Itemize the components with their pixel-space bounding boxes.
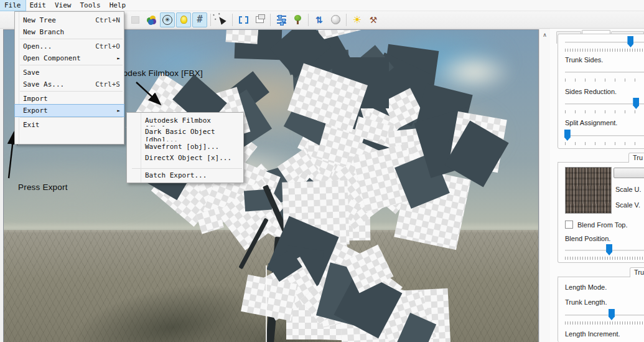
sides-reduction-slider[interactable] [565,98,644,110]
slider-ticks [565,78,644,82]
slider-track [565,135,644,136]
trunk-length-slider[interactable] [565,309,644,321]
slider-track [565,103,644,105]
sphere-icon [331,15,340,24]
panels-button[interactable] [252,12,267,27]
menu-item-label: Export [23,107,48,115]
menu-item-open-component[interactable]: Open Component► [15,52,124,64]
menu-separator [20,39,123,39]
slider-thumb[interactable] [606,244,612,255]
viewport-scrollbar[interactable]: ∧ [539,29,550,342]
slider-ticks [565,49,644,52]
cloud [433,52,514,92]
menu-item-label: Import [23,95,48,103]
texture-browse-button[interactable] [614,168,644,178]
menu-item-import[interactable]: Import [15,93,124,105]
reorder-arrows-button[interactable]: ⇅ [312,12,327,27]
tools-icon: ⚒ [370,16,378,24]
trunk-sides-slider[interactable] [565,66,644,78]
axis-guide-line [266,265,267,342]
toolbar-separator [346,14,347,26]
color-swirl-icon [147,16,156,24]
menu-item-new-tree[interactable]: New TreeCtrl+N [15,14,124,26]
submenu-item-dark-basic-object-dbo[interactable]: Dark Basic Object [dbo]... [127,126,243,141]
trunk-sides-label: Trunk Sides. [565,56,603,64]
sphere-button[interactable] [328,12,343,27]
select-region-icon [239,16,248,24]
submenu-item-wavefront-obj[interactable]: Wavefront [obj]... [127,141,243,153]
tree-icon [294,15,302,24]
lightbulb-button[interactable] [176,12,191,27]
color-swirl-button[interactable] [144,12,159,27]
submenu-arrow-icon: ► [117,108,120,113]
menu-item-exit[interactable]: Exit [15,119,124,131]
split-assignment-label: Split Assignment. [565,119,617,126]
scale-v-label: Scale V. [615,201,640,209]
menubar-item-help[interactable]: Help [105,0,131,11]
split-assignment-slider[interactable] [565,130,644,142]
slider-track [565,72,644,73]
menubar-item-file[interactable]: File [0,0,26,11]
slider-ticks [565,257,644,260]
menu-shortcut: Ctrl+N [95,16,120,24]
export-submenu: Autodesk Filmbox [fbx]...Dark Basic Obje… [126,112,244,183]
menubar-item-edit[interactable]: Edit [26,0,51,11]
toolbar-separator [308,14,309,26]
menu-shortcut: Ctrl+S [95,80,120,88]
grid-button[interactable]: # [192,12,207,27]
menu-item-new-branch[interactable]: New Branch [15,26,124,38]
toolbar-separator [232,14,233,26]
submenu-item-directx-object-x[interactable]: DirectX Object [x]... [127,153,243,168]
blend-position-label: Blend Position. [565,235,610,242]
file-menu-dropdown: New TreeCtrl+NNew BranchOpen...Ctrl+OOpe… [14,11,124,145]
fan-icon: ✳ [162,15,172,25]
filters-button[interactable] [274,12,289,27]
magic-cursor-button[interactable] [214,12,229,27]
blend-position-slider[interactable] [565,244,644,257]
scroll-up-icon[interactable]: ∧ [540,30,550,40]
slider-track [565,250,644,251]
toolbar-separator [270,14,271,26]
menu-item-label: New Branch [23,28,64,36]
menu-item-label: New Tree [23,16,56,24]
sun-icon: ☀ [353,15,362,25]
select-region-button[interactable] [236,12,251,27]
tree-button[interactable] [290,12,305,27]
top-slider[interactable] [565,36,644,49]
blend-from-top-checkbox[interactable] [565,221,573,229]
menu-shortcut: Ctrl+O [95,42,120,50]
menu-item-save-as[interactable]: Save As...Ctrl+S [15,78,124,90]
leaf-billboard-checker [226,29,259,44]
menu-item-save[interactable]: Save [15,67,124,78]
menu-separator [132,168,242,169]
menu-bar: FileEditViewToolsHelp [0,0,644,11]
menu-item-open[interactable]: Open...Ctrl+O [15,40,124,52]
menu-item-label: Open Component [23,54,81,62]
slider-ticks [565,110,644,113]
submenu-item-autodesk-filmbox-fbx[interactable]: Autodesk Filmbox [fbx]... [127,115,243,126]
grid-icon: # [197,15,202,24]
menu-separator [20,117,123,118]
tools-button[interactable]: ⚒ [366,12,381,27]
length-increment-label: Length Increment. [565,330,620,338]
fan-button[interactable]: ✳ [160,12,175,27]
menu-item-label: Save As... [23,80,64,88]
slider-thumb[interactable] [564,130,571,141]
menubar-item-view[interactable]: View [50,0,76,11]
submenu-item-batch-export[interactable]: Batch Export... [127,170,243,181]
slider-thumb[interactable] [609,309,615,320]
scale-u-label: Scale U. [615,186,642,193]
bark-texture-thumbnail[interactable] [565,167,612,214]
menubar-item-tools[interactable]: Tools [76,0,105,11]
slider-track [565,315,644,316]
slider-thumb[interactable] [633,98,639,109]
menu-separator [20,91,123,92]
sides-reduction-label: Sides Reduction. [565,88,617,95]
trunk-texture-group-title: Tru [628,153,644,163]
reorder-arrows-icon: ⇅ [315,16,323,24]
slider-thumb[interactable] [627,36,633,47]
render-box-button[interactable] [128,12,142,27]
toolbar-separator [210,14,211,26]
menu-item-export[interactable]: Export► [15,105,124,116]
sun-button[interactable]: ☀ [350,12,365,27]
